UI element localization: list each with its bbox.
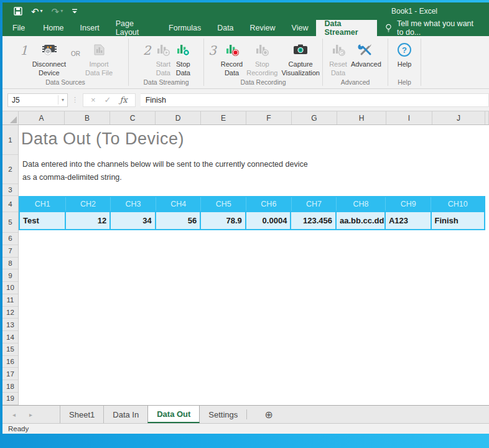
- group-advanced: Reset Data Advanced: [323, 36, 388, 88]
- channel-header[interactable]: CH3: [111, 197, 156, 211]
- row-header[interactable]: 7: [2, 245, 18, 258]
- cell-b5[interactable]: 12: [66, 211, 111, 229]
- help-button[interactable]: ? Help: [398, 39, 412, 69]
- undo-dropdown-icon[interactable]: ▾: [40, 9, 43, 14]
- channel-header[interactable]: CH9: [386, 197, 432, 211]
- group-label-data-recording: Data Recording: [204, 78, 322, 88]
- channel-header[interactable]: CH2: [66, 197, 111, 211]
- row-header[interactable]: 6: [2, 233, 18, 245]
- column-header-d[interactable]: D: [156, 111, 201, 124]
- column-header-i[interactable]: I: [386, 111, 432, 124]
- tab-insert[interactable]: Insert: [72, 20, 108, 36]
- group-data-sources: 1 Disconnect Device: [2, 36, 128, 88]
- sheet-tab-data-out[interactable]: Data Out: [147, 406, 200, 423]
- channel-header[interactable]: CH4: [156, 197, 202, 211]
- disconnect-device-button[interactable]: Disconnect Device: [32, 39, 66, 78]
- cell-g5[interactable]: 123.456: [291, 211, 337, 229]
- select-all-icon: [10, 116, 17, 123]
- cell-e5[interactable]: 78.9: [201, 211, 246, 229]
- cell-a5[interactable]: Test: [20, 211, 66, 229]
- tab-view[interactable]: View: [284, 20, 317, 36]
- sheet-nav-right-icon[interactable]: ▸: [29, 411, 32, 418]
- tell-me-box[interactable]: Tell me what you want to do...: [377, 20, 489, 36]
- cell-h5[interactable]: aa.bb.cc.dd: [337, 211, 386, 229]
- column-header-h[interactable]: H: [337, 111, 386, 124]
- cell-d5[interactable]: 56: [156, 211, 202, 229]
- row-header[interactable]: 4: [2, 196, 18, 212]
- column-header-b[interactable]: B: [65, 111, 110, 124]
- enter-icon[interactable]: ✓: [105, 95, 111, 105]
- row-header[interactable]: 9: [2, 269, 18, 282]
- tab-file[interactable]: File: [2, 20, 35, 36]
- channel-header[interactable]: CH1: [20, 197, 66, 211]
- column-header-f[interactable]: F: [246, 111, 292, 124]
- channel-header[interactable]: CH8: [337, 197, 386, 211]
- cell-j5-active[interactable]: Finish: [432, 211, 484, 229]
- name-box[interactable]: J5 ▾: [7, 93, 68, 107]
- row-header[interactable]: 10: [2, 282, 18, 294]
- tab-page-layout[interactable]: Page Layout: [108, 20, 161, 36]
- cell-f5[interactable]: 0.0004: [246, 211, 292, 229]
- channel-header[interactable]: CH7: [292, 197, 337, 211]
- formula-input[interactable]: Finish: [141, 93, 489, 107]
- ribbon-tab-row: File Home Insert Page Layout Formulas Da…: [2, 20, 489, 36]
- row-header[interactable]: 15: [2, 343, 18, 356]
- column-header-a[interactable]: A: [19, 111, 65, 124]
- row-header[interactable]: 14: [2, 331, 18, 343]
- group-label-data-sources: Data Sources: [2, 78, 128, 88]
- channel-header[interactable]: CH5: [201, 197, 246, 211]
- cell-i5[interactable]: A123: [386, 211, 432, 229]
- sheet-nav-left-icon[interactable]: ◂: [12, 411, 16, 418]
- row-header[interactable]: 18: [2, 380, 18, 393]
- capture-visualization-button[interactable]: Capture Visualization: [281, 39, 320, 78]
- lightbulb-icon: [384, 24, 393, 32]
- row-header[interactable]: 16: [2, 356, 18, 368]
- cell-c5[interactable]: 34: [111, 211, 156, 229]
- insert-function-icon[interactable]: ƒx: [120, 95, 128, 105]
- column-header-g[interactable]: G: [292, 111, 337, 124]
- undo-button[interactable]: ↶ ▾: [31, 7, 43, 16]
- group-data-recording: 3 Record Data: [204, 36, 322, 88]
- tab-formulas[interactable]: Formulas: [161, 20, 209, 36]
- row-header[interactable]: 17: [2, 368, 18, 380]
- sheet-tab-settings[interactable]: Settings: [200, 406, 246, 423]
- stop-recording-icon: [254, 39, 270, 60]
- column-header-c[interactable]: C: [110, 111, 156, 124]
- tab-review[interactable]: Review: [242, 20, 284, 36]
- group-label-help: Help: [388, 78, 421, 88]
- import-data-file-button: Import Data File: [85, 39, 113, 78]
- new-sheet-button[interactable]: ⊕: [264, 406, 272, 423]
- row-header[interactable]: 5: [2, 212, 18, 233]
- row-header[interactable]: 1: [2, 125, 18, 155]
- redo-dropdown-icon: ▾: [60, 9, 63, 14]
- sheet-tab-sheet1[interactable]: Sheet1: [60, 406, 103, 423]
- row-header[interactable]: 3: [2, 184, 18, 196]
- select-all-button[interactable]: [2, 111, 19, 124]
- tab-home[interactable]: Home: [35, 20, 72, 36]
- record-data-button[interactable]: Record Data: [221, 39, 243, 78]
- row-header[interactable]: 12: [2, 307, 18, 319]
- row-header[interactable]: 19: [2, 393, 18, 405]
- customize-qat-icon[interactable]: [72, 8, 78, 14]
- column-header-e[interactable]: E: [201, 111, 246, 124]
- stop-recording-button: Stop Recording: [246, 39, 277, 78]
- tab-data-streamer[interactable]: Data Streamer: [316, 20, 377, 36]
- column-header-j[interactable]: J: [432, 111, 485, 124]
- row-header[interactable]: 13: [2, 319, 18, 331]
- save-icon[interactable]: [14, 7, 22, 16]
- status-bar: Ready: [2, 423, 489, 434]
- channel-header[interactable]: CH10: [431, 197, 484, 211]
- row-header[interactable]: 8: [2, 258, 18, 270]
- channel-header[interactable]: CH6: [246, 197, 292, 211]
- tab-data[interactable]: Data: [209, 20, 241, 36]
- stop-data-button[interactable]: Stop Data: [175, 39, 191, 78]
- import-file-icon: [91, 39, 107, 60]
- name-box-dropdown-icon[interactable]: ▾: [58, 95, 67, 105]
- row-header[interactable]: 11: [2, 294, 18, 307]
- grid[interactable]: 1 2 3 4 5 6 7 8 9 10 11 12 13 14 15 16 1…: [2, 125, 489, 405]
- sheet-tab-data-in[interactable]: Data In: [103, 406, 147, 423]
- start-data-icon: [155, 39, 171, 60]
- advanced-button[interactable]: Advanced: [351, 39, 381, 69]
- row-header[interactable]: 2: [2, 155, 18, 184]
- cancel-icon[interactable]: ×: [91, 95, 96, 105]
